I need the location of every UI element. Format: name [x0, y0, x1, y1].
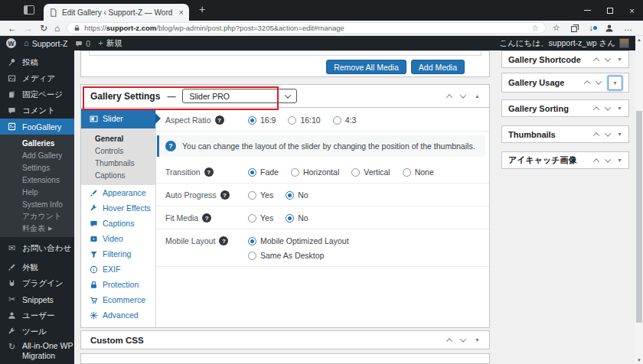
move-down-icon[interactable] — [605, 156, 611, 162]
profile-icon[interactable] — [605, 24, 614, 33]
tab-ecommerce[interactable]: Ecommerce — [81, 292, 155, 307]
sidebar-item-foogallery[interactable]: FooGallery — [0, 119, 74, 135]
radio-transition-none[interactable]: None — [403, 167, 434, 177]
collapse-toggle-icon[interactable]: ▼ — [617, 158, 622, 163]
move-down-icon[interactable] — [605, 55, 611, 61]
submenu-account[interactable]: アカウント — [0, 210, 74, 223]
collapse-toggle-icon[interactable]: ▼ — [617, 106, 622, 111]
collapse-toggle-button-focused[interactable]: ▼ — [608, 76, 622, 90]
move-up-icon[interactable] — [593, 158, 599, 164]
vertical-scrollbar[interactable]: ▲ ▼ — [635, 36, 643, 364]
subtab-controls[interactable]: Controls — [81, 145, 155, 157]
move-down-icon[interactable] — [596, 78, 602, 84]
sidebar-item-snippets[interactable]: ✂ Snippets — [0, 291, 74, 307]
help-icon[interactable]: ? — [204, 167, 214, 177]
tab-protection[interactable]: Protection — [81, 277, 155, 292]
admin-bar-greeting[interactable]: こんにちは、support-z_wp さん — [499, 38, 615, 49]
admin-bar-site[interactable]: ⌂ Support-Z — [24, 39, 67, 48]
remove-all-media-button[interactable]: Remove All Media — [326, 60, 406, 74]
tab-close-icon[interactable]: × — [179, 8, 184, 17]
subtab-general[interactable]: General — [81, 132, 155, 145]
radio-mobile-optimized[interactable]: Mobile Optimized Layout — [248, 236, 349, 245]
maximize-button[interactable] — [599, 0, 621, 21]
sidebar-item-posts[interactable]: 投稿 — [0, 54, 74, 70]
address-bar[interactable]: https://support-z.com/blog/wp-admin/post… — [67, 22, 545, 34]
back-icon[interactable]: ← — [8, 24, 17, 33]
collapse-toggle-icon[interactable]: ▼ — [617, 57, 622, 62]
tab-exif[interactable]: EXIF — [81, 262, 155, 277]
radio-fitmedia-no[interactable]: No — [286, 213, 308, 223]
help-icon[interactable]: ? — [202, 213, 211, 223]
submenu-settings[interactable]: Settings — [0, 161, 74, 174]
help-icon[interactable]: ? — [215, 115, 224, 125]
scroll-up-icon[interactable]: ▲ — [635, 36, 643, 44]
tab-captions[interactable]: Captions — [81, 216, 155, 231]
reload-icon[interactable]: ↻ — [40, 24, 47, 33]
browser-tab[interactable]: Edit Gallery ‹ Support-Z — Word × — [44, 4, 189, 21]
radio-transition-vertical[interactable]: Vertical — [351, 167, 390, 177]
radio-aspect-4-3[interactable]: 4:3 — [333, 115, 357, 125]
tab-filtering[interactable]: Filtering — [81, 246, 155, 262]
move-up-icon[interactable] — [446, 338, 452, 344]
submenu-pricing[interactable]: 料金表▶ — [0, 223, 74, 235]
move-up-icon[interactable] — [593, 57, 599, 63]
submenu-extensions[interactable]: Extensions — [0, 174, 74, 186]
more-menu-icon[interactable]: … — [624, 24, 632, 32]
collapse-toggle-icon[interactable]: ▼ — [475, 337, 480, 343]
radio-same-as-desktop[interactable]: Same As Desktop — [248, 251, 324, 260]
sidebar-item-users[interactable]: ユーザー — [0, 307, 74, 323]
sidebar-item-plugins[interactable]: プラグイン — [0, 275, 74, 291]
submenu-galleries[interactable]: Galleries — [0, 137, 74, 149]
sidebar-item-media[interactable]: メディア — [0, 70, 74, 86]
scrollbar-thumb[interactable] — [636, 111, 642, 323]
admin-bar-comments[interactable]: 0 — [75, 39, 90, 48]
new-tab-button[interactable]: + — [199, 3, 205, 15]
sidebar-item-pages[interactable]: 固定ページ — [0, 86, 74, 102]
collections-icon[interactable] — [570, 24, 579, 33]
sidebar-item-contact[interactable]: ✉ お問い合わせ — [0, 240, 74, 256]
submenu-add-gallery[interactable]: Add Gallery — [0, 149, 74, 161]
move-down-icon[interactable] — [460, 336, 466, 342]
move-down-icon[interactable] — [605, 104, 611, 110]
submenu-help[interactable]: Help — [0, 186, 74, 198]
tab-appearance[interactable]: Appearance — [81, 185, 155, 200]
move-up-icon[interactable] — [584, 80, 590, 86]
favorite-star-icon[interactable]: ☆ — [532, 24, 539, 32]
close-button[interactable]: × — [621, 0, 643, 21]
radio-autoprogress-yes[interactable]: Yes — [248, 190, 273, 200]
tab-video[interactable]: Video — [81, 231, 155, 246]
move-down-icon[interactable] — [460, 92, 466, 98]
sidebar-item-migration[interactable]: ↻ All-in-One WP Migration — [0, 340, 74, 362]
vertical-tabs-icon[interactable] — [24, 5, 34, 15]
help-icon[interactable]: ? — [220, 190, 230, 200]
home-icon[interactable]: ⌂ — [54, 24, 60, 33]
add-media-button[interactable]: Add Media — [411, 60, 465, 74]
favorites-icon[interactable]: ☆ — [553, 24, 560, 32]
move-down-icon[interactable] — [605, 130, 611, 136]
sidebar-item-comments[interactable]: コメント — [0, 102, 74, 119]
sidebar-item-appearance[interactable]: 外観 — [0, 259, 74, 275]
radio-transition-fade[interactable]: Fade — [248, 167, 279, 177]
move-up-icon[interactable] — [446, 94, 452, 100]
admin-bar-new[interactable]: + 新規 — [98, 38, 122, 49]
help-icon[interactable]: ? — [219, 236, 228, 245]
tab-advanced[interactable]: Advanced — [81, 307, 155, 323]
radio-transition-horizontal[interactable]: Horizontal — [291, 167, 339, 177]
radio-fitmedia-yes[interactable]: Yes — [248, 213, 273, 223]
radio-aspect-16-9[interactable]: 16:9 — [248, 115, 276, 125]
scroll-down-icon[interactable]: ▼ — [635, 356, 643, 364]
sidebar-item-tools[interactable]: ツール — [0, 323, 74, 340]
move-up-icon[interactable] — [593, 106, 599, 112]
minimize-button[interactable] — [576, 0, 599, 21]
radio-aspect-16-10[interactable]: 16:10 — [288, 115, 320, 125]
tab-slider[interactable]: Slider — [81, 109, 155, 128]
gallery-template-select[interactable]: Slider PRO — [182, 89, 297, 103]
collapse-toggle-icon[interactable]: ▼ — [617, 132, 622, 137]
subtab-thumbnails[interactable]: Thumbnails — [81, 157, 155, 169]
tab-hover-effects[interactable]: Hover Effects — [81, 200, 155, 216]
radio-autoprogress-no[interactable]: No — [286, 190, 308, 200]
submenu-system-info[interactable]: System Info — [0, 198, 74, 210]
collapse-toggle-icon[interactable]: ▲ — [475, 93, 480, 99]
subtab-captions[interactable]: Captions — [81, 169, 155, 181]
move-up-icon[interactable] — [593, 132, 599, 138]
